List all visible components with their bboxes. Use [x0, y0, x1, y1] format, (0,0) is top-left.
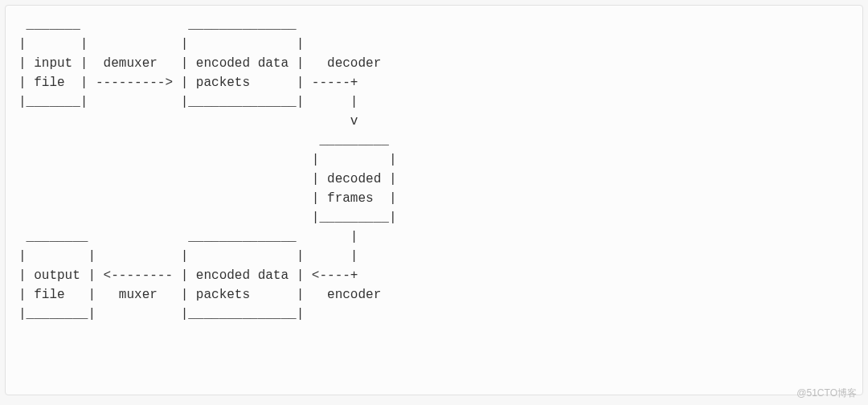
ascii-flow-diagram: _______ ______________ | | | | | input |…	[18, 15, 850, 324]
diagram-frame: _______ ______________ | | | | | input |…	[5, 5, 863, 395]
watermark-text: @51CTO博客	[796, 386, 857, 400]
